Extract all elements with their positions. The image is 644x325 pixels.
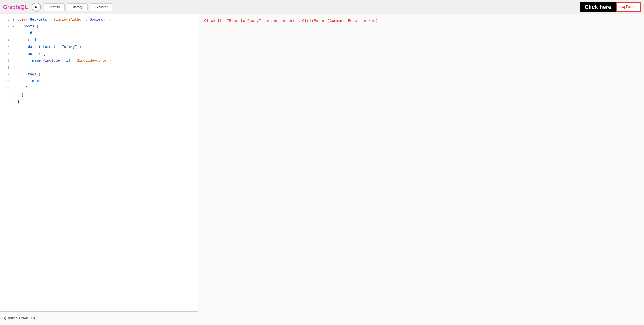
history-button[interactable]: History — [67, 3, 88, 11]
code-line-2: 2 ▼ posts { — [0, 23, 198, 30]
code-content-11: } — [17, 85, 196, 91]
code-line-12: 12 } — [0, 92, 198, 99]
editor-panel: 1 ▼ query GetPosts ( $includeAuthor : Bo… — [0, 14, 198, 325]
code-content-2: posts { — [17, 23, 196, 30]
execute-button[interactable] — [32, 3, 41, 12]
code-line-13: 13 } — [0, 99, 198, 105]
code-line-1: 1 ▼ query GetPosts ( $includeAuthor : Bo… — [0, 16, 198, 23]
line-num-6: 6 — [2, 51, 10, 57]
code-content-9: tags { — [17, 71, 196, 78]
line-num-11: 11 — [2, 85, 10, 92]
app-logo: GraphiQL — [3, 4, 28, 10]
code-content-10: name — [17, 78, 196, 85]
query-variables-label: QUERY VARIABLES — [4, 317, 35, 320]
line-num-12: 12 — [2, 92, 10, 99]
line-arrow-2: ▼ — [13, 23, 16, 30]
line-num-13: 13 — [2, 99, 10, 105]
docs-button[interactable]: ◀ Docs — [616, 2, 641, 12]
code-content-7: name @include ( if : $includeAuthor ) — [17, 57, 196, 64]
result-hint: Click the "Execute Query" button, or pre… — [204, 18, 638, 24]
line-num-7: 7 — [2, 58, 10, 64]
line-num-1: 1 — [2, 17, 10, 23]
explorer-button[interactable]: Explorer — [90, 3, 112, 11]
code-line-6: 6 author { — [0, 51, 198, 57]
code-line-11: 11 } — [0, 85, 198, 92]
line-num-5: 5 — [2, 44, 10, 51]
line-num-10: 10 — [2, 78, 10, 85]
code-content-8: } — [17, 64, 196, 71]
line-num-9: 9 — [2, 71, 10, 78]
code-line-5: 5 date ( format : "d/m/y" ) — [0, 44, 198, 51]
query-variables-section[interactable]: QUERY VARIABLES — [0, 311, 198, 325]
main-content: 1 ▼ query GetPosts ( $includeAuthor : Bo… — [0, 14, 644, 325]
code-editor[interactable]: 1 ▼ query GetPosts ( $includeAuthor : Bo… — [0, 14, 198, 311]
code-line-3: 3 id — [0, 30, 198, 37]
line-num-2: 2 — [2, 23, 10, 30]
line-num-8: 8 — [2, 64, 10, 71]
code-content-1: query GetPosts ( $includeAuthor : Boolea… — [17, 16, 196, 23]
code-content-6: author { — [17, 51, 196, 57]
line-num-4: 4 — [2, 37, 10, 44]
code-line-7: 7 name @include ( if : $includeAuthor ) — [0, 57, 198, 64]
code-content-12: } — [17, 92, 196, 98]
code-line-10: 10 name — [0, 78, 198, 85]
code-line-4: 4 title — [0, 37, 198, 44]
code-content-13: } — [17, 99, 196, 105]
click-here-badge: Click here — [580, 2, 616, 12]
results-panel: Click the "Execute Query" button, or pre… — [198, 14, 644, 325]
code-line-9: 9 tags { — [0, 71, 198, 78]
svg-marker-0 — [35, 6, 37, 8]
line-num-3: 3 — [2, 30, 10, 37]
code-line-8: 8 } — [0, 64, 198, 71]
code-content-4: title — [17, 37, 196, 43]
line-arrow-1: ▼ — [13, 17, 16, 23]
code-content-3: id — [17, 30, 196, 37]
toolbar: GraphiQL Prettify History Explorer Click… — [0, 0, 644, 14]
prettify-button[interactable]: Prettify — [44, 3, 65, 11]
code-content-5: date ( format : "d/m/y" ) — [17, 44, 196, 50]
